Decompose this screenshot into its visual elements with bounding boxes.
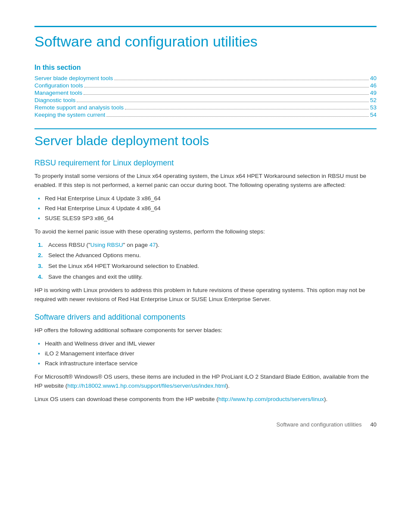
rbsu-closing-para: HP is working with Linux providers to ad…: [34, 286, 377, 304]
list-item: 3.Set the Linux x64 HPET Workaround sele…: [48, 262, 377, 271]
inline-link[interactable]: Using RBSU: [90, 242, 123, 248]
toc-entry-label[interactable]: Diagnostic tools: [34, 97, 75, 103]
inline-link[interactable]: http://h18002.www1.hp.com/support/files/…: [67, 383, 226, 389]
toc-fill: [106, 116, 369, 117]
toc-entry-label[interactable]: Keeping the system current: [34, 112, 105, 118]
rbsu-intro-para: To properly install some versions of the…: [34, 172, 377, 190]
toc-page-num: 40: [370, 75, 377, 81]
subsection-title-rbsu: RBSU requirement for Linux deployment: [34, 159, 377, 168]
toc-entry-label[interactable]: Remote support and analysis tools: [34, 104, 124, 111]
list-item: SUSE SLES9 SP3 x86_64: [45, 214, 377, 223]
subsection-title-drivers: Software drivers and additional componen…: [34, 313, 377, 322]
toc-entry-label[interactable]: Management tools: [34, 90, 82, 96]
rbsu-bullet-list: Red Hat Enterprise Linux 4 Update 3 x86_…: [34, 194, 377, 223]
inline-link-page[interactable]: 47: [149, 242, 156, 248]
page-title: Software and configuration utilities: [34, 26, 377, 50]
rbsu-steps-list: 1.Access RBSU ("Using RBSU" on page 47).…: [34, 241, 377, 282]
toc-page-num: 49: [370, 90, 377, 96]
toc-row: Management tools49: [34, 90, 377, 96]
drivers-bullet-list: Health and Wellness driver and IML viewe…: [34, 339, 377, 368]
toc-entry-label[interactable]: Configuration tools: [34, 82, 83, 89]
toc-row: Remote support and analysis tools53: [34, 104, 377, 111]
toc-page-num: 46: [370, 82, 377, 89]
list-item: Health and Wellness driver and IML viewe…: [45, 339, 377, 348]
section-rbsu: RBSU requirement for Linux deployment To…: [34, 159, 377, 304]
inline-link[interactable]: http://www.hp.com/products/servers/linux: [218, 396, 324, 402]
drivers-intro-para: HP offers the following additional softw…: [34, 326, 377, 335]
toc-row: Diagnostic tools52: [34, 97, 377, 103]
toc-row: Server blade deployment tools40: [34, 75, 377, 81]
step-number: 4.: [38, 273, 43, 282]
toc-section-label: In this section: [34, 64, 377, 72]
list-item: 1.Access RBSU ("Using RBSU" on page 47).: [48, 241, 377, 250]
toc-row: Keeping the system current54: [34, 112, 377, 118]
toc-fill: [77, 102, 369, 102]
page-footer: Software and configuration utilities 40: [34, 421, 377, 428]
toc-entries: Server blade deployment tools40Configura…: [34, 75, 377, 118]
list-item: Rack infrastructure interface service: [45, 359, 377, 368]
drivers-para: Linux OS users can download these compon…: [34, 395, 377, 404]
toc-fill: [84, 87, 369, 87]
chapter-title: Server blade deployment tools: [34, 128, 377, 148]
footer-label: Software and configuration utilities: [277, 421, 362, 428]
toc-entry-label[interactable]: Server blade deployment tools: [34, 75, 113, 81]
toc-row: Configuration tools46: [34, 82, 377, 89]
toc-fill: [114, 80, 369, 80]
toc-page-num: 52: [370, 97, 377, 103]
list-item: iLO 2 Management interface driver: [45, 349, 377, 358]
section-software-drivers: Software drivers and additional componen…: [34, 313, 377, 404]
rbsu-steps-intro: To avoid the kernel panic issue with the…: [34, 227, 377, 236]
step-number: 2.: [38, 251, 43, 260]
list-item: 4.Save the changes and exit the utility.: [48, 273, 377, 282]
drivers-para: For Microsoft® Windows® OS users, these …: [34, 373, 377, 391]
step-number: 3.: [38, 262, 43, 271]
list-item: 2.Select the Advanced Options menu.: [48, 251, 377, 260]
toc-fill: [125, 109, 369, 109]
list-item: Red Hat Enterprise Linux 4 Update 3 x86_…: [45, 194, 377, 203]
toc-page-num: 54: [370, 112, 377, 118]
toc-fill: [84, 94, 369, 95]
step-number: 1.: [38, 241, 43, 250]
toc-section: In this section Server blade deployment …: [34, 64, 377, 118]
toc-page-num: 53: [370, 104, 377, 111]
footer-page-number: 40: [371, 421, 377, 428]
list-item: Red Hat Enterprise Linux 4 Update 4 x86_…: [45, 204, 377, 213]
